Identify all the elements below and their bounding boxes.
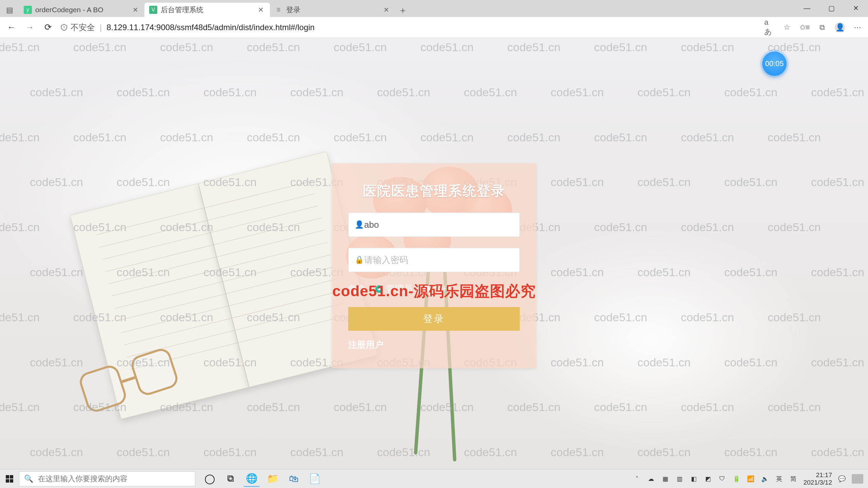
notifications-icon[interactable]	[852, 474, 863, 484]
volume-icon[interactable]: 🔈	[761, 474, 769, 483]
window-controls: ― ▢ ✕	[795, 0, 868, 16]
taskbar-search[interactable]: 🔍 在这里输入你要搜索的内容	[19, 471, 195, 486]
system-tray: ˄ ☁ ▦ ▥ ◧ ◩ 🛡 🔋 📶 🔈 英 简 21:17 2021/3/12 …	[632, 471, 868, 486]
task-icons: ◯ ⧉ 🌐 📁 🛍 📄	[201, 471, 323, 487]
onedrive-icon[interactable]: ☁	[647, 474, 655, 483]
browser-app-icon[interactable]: ▤	[3, 3, 16, 17]
tab-1[interactable]: V 后台管理系统 ✕	[144, 3, 270, 17]
minimize-button[interactable]: ―	[795, 0, 819, 16]
username-field[interactable]: 👤	[348, 212, 520, 237]
close-icon[interactable]: ✕	[131, 5, 140, 15]
page-viewport: code51.cncode51.cncode51.cncode51.cncode…	[0, 38, 868, 469]
url-box[interactable]: 不安全 | 8.129.11.174:9008/ssmf48d5/admin/d…	[60, 22, 758, 33]
login-card: 医院医患管理系统登录 👤 🔒 角色 管理员 用户 登录 注册用户	[332, 163, 536, 368]
tray-app-icon[interactable]: ◧	[689, 474, 698, 483]
password-field[interactable]: 🔒	[348, 248, 520, 272]
timer-badge: 00:05	[762, 52, 787, 76]
word-icon[interactable]: 📄	[307, 471, 323, 487]
login-title: 医院医患管理系统登录	[348, 182, 520, 200]
task-view-icon[interactable]: ⧉	[222, 471, 239, 487]
lock-icon: 🔒	[355, 256, 364, 264]
ime-mode[interactable]: 简	[789, 474, 798, 483]
login-button[interactable]: 登录	[348, 307, 520, 331]
tray-app-icon[interactable]: ◩	[704, 474, 712, 483]
address-bar: ← → ⟳ 不安全 | 8.129.11.174:9008/ssmf48d5/a…	[0, 17, 868, 38]
tab-label: 登录	[286, 5, 379, 15]
security-label: 不安全	[71, 22, 95, 33]
new-tab-button[interactable]: ＋	[395, 3, 410, 17]
collections-icon[interactable]: ⧉	[817, 22, 827, 33]
taskbar-search-placeholder: 在这里输入你要搜索的内容	[38, 474, 127, 484]
taskbar-time: 21:17	[803, 471, 832, 479]
favicon-icon: y	[24, 6, 32, 14]
close-icon[interactable]: ✕	[382, 5, 391, 15]
security-indicator[interactable]: 不安全	[60, 22, 95, 33]
favorites-bar-icon[interactable]: ✩≡	[800, 22, 810, 33]
watermark-overlay-text: code51.cn-源码乐园盗图必究	[332, 281, 536, 301]
tab-0[interactable]: y orderCodegen - A BO ✕	[19, 3, 144, 17]
start-button[interactable]	[0, 469, 19, 488]
url-separator: |	[100, 23, 102, 32]
explorer-icon[interactable]: 📁	[264, 471, 281, 487]
tab-label: orderCodegen - A BO	[35, 6, 128, 14]
security-icon[interactable]: 🛡	[718, 474, 727, 483]
reload-button[interactable]: ⟳	[42, 21, 54, 34]
ime-lang[interactable]: 英	[775, 474, 784, 483]
search-icon: 🔍	[24, 474, 33, 483]
read-aloud-icon[interactable]: aあ	[764, 22, 774, 33]
store-icon[interactable]: 🛍	[285, 471, 302, 487]
cortana-icon[interactable]: ◯	[201, 471, 218, 487]
back-button[interactable]: ←	[5, 21, 18, 34]
tray-app-icon[interactable]: ▦	[661, 474, 670, 483]
wifi-icon[interactable]: 📶	[746, 474, 755, 483]
username-input[interactable]	[364, 220, 513, 230]
forward-button[interactable]: →	[24, 21, 36, 34]
tab-strip: ▤ y orderCodegen - A BO ✕ V 后台管理系统 ✕ 🗎 登…	[0, 0, 868, 17]
browser-chrome: ▤ y orderCodegen - A BO ✕ V 后台管理系统 ✕ 🗎 登…	[0, 0, 868, 38]
tab-2[interactable]: 🗎 登录 ✕	[270, 3, 395, 17]
address-bar-actions: aあ ☆ ✩≡ ⧉ 👤 ⋯	[764, 22, 863, 33]
tray-app-icon[interactable]: ▥	[675, 474, 684, 483]
taskbar-date: 2021/3/12	[803, 479, 832, 486]
close-window-button[interactable]: ✕	[844, 0, 868, 16]
tray-overflow-icon[interactable]: ˄	[632, 474, 641, 483]
password-input[interactable]	[364, 255, 513, 265]
battery-icon[interactable]: 🔋	[732, 474, 741, 483]
tray-app-icon[interactable]: 💬	[837, 474, 846, 483]
url-text: 8.129.11.174:9008/ssmf48d5/admin/dist/in…	[106, 23, 315, 32]
tab-label: 后台管理系统	[161, 5, 253, 15]
favicon-icon: 🗎	[275, 6, 283, 14]
taskbar: 🔍 在这里输入你要搜索的内容 ◯ ⧉ 🌐 📁 🛍 📄 ˄ ☁ ▦ ▥ ◧ ◩ 🛡…	[0, 469, 868, 488]
favorite-icon[interactable]: ☆	[782, 22, 792, 33]
menu-icon[interactable]: ⋯	[852, 22, 863, 33]
windows-logo-icon	[6, 475, 13, 483]
user-icon: 👤	[355, 220, 364, 229]
taskbar-clock[interactable]: 21:17 2021/3/12	[803, 471, 832, 486]
register-link[interactable]: 注册用户	[348, 339, 383, 351]
profile-avatar[interactable]: 👤	[835, 22, 845, 33]
maximize-button[interactable]: ▢	[819, 0, 844, 16]
close-icon[interactable]: ✕	[257, 5, 265, 15]
edge-icon[interactable]: 🌐	[243, 471, 260, 487]
favicon-icon: V	[149, 6, 157, 14]
